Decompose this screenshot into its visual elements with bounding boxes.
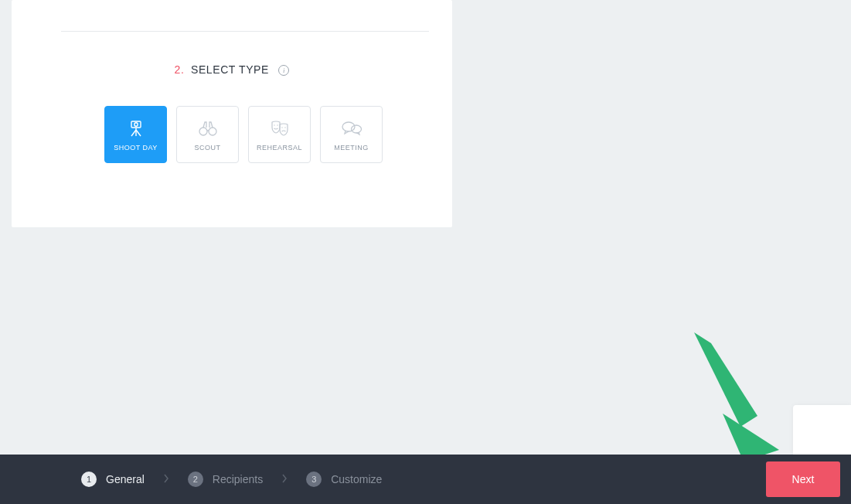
step-number-badge: 2	[188, 472, 203, 487]
svg-marker-15	[694, 332, 757, 427]
type-option-scout[interactable]: SCOUT	[176, 106, 239, 163]
svg-line-3	[131, 130, 136, 136]
step-label: Customize	[331, 473, 382, 485]
svg-point-10	[277, 124, 277, 125]
step-number-badge: 3	[306, 472, 322, 487]
type-label: SHOOT DAY	[114, 144, 158, 152]
chevron-right-icon	[281, 472, 288, 486]
info-icon[interactable]: i	[278, 65, 289, 76]
step-general[interactable]: 1 General	[81, 472, 145, 487]
svg-point-1	[134, 123, 137, 126]
annotation-arrow-icon	[680, 332, 796, 464]
step-customize[interactable]: 3 Customize	[306, 472, 382, 487]
form-card: 2. SELECT TYPE i SHOOT DAY	[12, 0, 452, 227]
svg-point-6	[199, 128, 207, 135]
svg-point-9	[274, 124, 274, 125]
type-option-rehearsal[interactable]: REHEARSAL	[248, 106, 311, 163]
divider	[61, 31, 429, 32]
section-title: 2. SELECT TYPE i	[12, 63, 452, 76]
type-option-shoot-day[interactable]: SHOOT DAY	[104, 106, 167, 163]
svg-point-12	[284, 127, 285, 128]
next-button[interactable]: Next	[766, 461, 840, 497]
type-label: MEETING	[334, 144, 369, 152]
chevron-right-icon	[163, 472, 169, 486]
binoculars-icon	[198, 117, 218, 139]
speech-bubbles-icon	[341, 117, 363, 139]
type-label: REHEARSAL	[257, 144, 302, 152]
svg-point-7	[209, 128, 216, 135]
type-label: SCOUT	[195, 144, 221, 152]
step-label: General	[106, 473, 145, 485]
section-label: SELECT TYPE	[191, 63, 269, 76]
masks-icon	[269, 117, 291, 139]
step-number-badge: 1	[81, 472, 97, 487]
type-selector-row: SHOOT DAY SCOUT	[104, 106, 383, 163]
svg-point-11	[281, 127, 282, 128]
section-number: 2.	[175, 63, 185, 76]
svg-point-14	[351, 125, 361, 133]
widget-stub	[793, 405, 851, 455]
next-button-label: Next	[792, 473, 815, 485]
step-recipients[interactable]: 2 Recipients	[188, 472, 263, 487]
step-label: Recipients	[213, 473, 263, 485]
camera-tripod-icon	[127, 117, 145, 139]
type-option-meeting[interactable]: MEETING	[320, 106, 383, 163]
wizard-stepper-bar: 1 General 2 Recipients 3 Customize Next	[0, 455, 851, 504]
svg-line-4	[136, 130, 141, 136]
